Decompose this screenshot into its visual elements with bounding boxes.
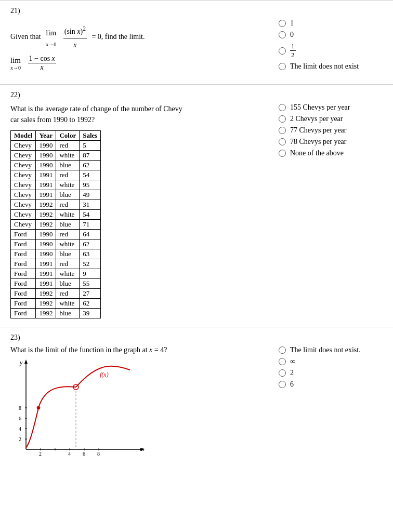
table-row: Chevy1992blue71 xyxy=(11,220,101,230)
q21-radio-1[interactable] xyxy=(279,20,286,27)
svg-text:8: 8 xyxy=(97,451,100,457)
q22-table-head: Model Year Color Sales xyxy=(11,131,101,141)
q23-option-4[interactable]: 6 xyxy=(279,380,383,389)
svg-text:4: 4 xyxy=(19,426,21,432)
q21-option-3[interactable]: 1 2 xyxy=(279,42,383,59)
q22-options: 155 Chevys per year 2 Chevys per year 77… xyxy=(268,103,383,318)
q21-find: lim x→0 1 − cos x x xyxy=(10,55,268,72)
q22-question-text: What is the average rate of change of th… xyxy=(10,103,187,125)
q23-option-3[interactable]: 2 xyxy=(279,369,383,377)
q23-radio-4[interactable] xyxy=(279,381,286,388)
q22-table-body: Chevy1990red5Chevy1990white87Chevy1990bl… xyxy=(11,141,101,318)
table-row: Chevy1992white54 xyxy=(11,210,101,220)
q21-option-2[interactable]: 0 xyxy=(279,31,383,39)
q21-content: Given that lim x→0 (sin x)2 x = 0, find … xyxy=(10,19,383,76)
q21-radio-3[interactable] xyxy=(279,47,286,55)
q21-option-3-label: 1 2 xyxy=(290,42,296,59)
table-row: Chevy1990red5 xyxy=(11,141,101,151)
q23-option-1-label: The limit does not exist. xyxy=(290,346,361,354)
equals-zero: = 0, find the limit. xyxy=(91,33,145,41)
q21-radio-2[interactable] xyxy=(279,31,286,38)
q21-fraction: (sin x)2 x xyxy=(62,33,90,41)
find-fraction: 1 − cos x x xyxy=(28,55,56,72)
q22-radio-5[interactable] xyxy=(279,150,286,157)
q22-option-2-label: 2 Chevys per year xyxy=(290,115,343,123)
half-fraction: 1 2 xyxy=(290,42,296,59)
q22-option-4[interactable]: 78 Chevys per year xyxy=(279,138,383,146)
q21-option-2-label: 0 xyxy=(290,31,294,39)
q22-option-2[interactable]: 2 Chevys per year xyxy=(279,115,383,123)
question-23: 23) What is the limit of the function in… xyxy=(0,327,393,471)
table-row: Chevy1991white95 xyxy=(11,180,101,190)
svg-text:2: 2 xyxy=(19,436,21,442)
q22-radio-2[interactable] xyxy=(279,115,286,123)
q23-graph-svg: y x 2 4 6 xyxy=(10,358,146,462)
q22-table-header-row: Model Year Color Sales xyxy=(11,131,101,141)
table-row: Chevy1991red54 xyxy=(11,170,101,180)
q23-option-2[interactable]: ∞ xyxy=(279,357,383,366)
table-row: Ford1990white62 xyxy=(11,240,101,249)
q23-radio-2[interactable] xyxy=(279,358,286,365)
svg-text:6: 6 xyxy=(83,451,85,457)
q22-radio-1[interactable] xyxy=(279,104,286,111)
q22-option-5[interactable]: None of the above xyxy=(279,149,383,157)
q22-option-3[interactable]: 77 Chevys per year xyxy=(279,126,383,135)
q22-radio-4[interactable] xyxy=(279,138,286,145)
q22-option-4-label: 78 Chevys per year xyxy=(290,138,346,146)
table-row: Ford1991white9 xyxy=(11,269,101,279)
q21-number: 21) xyxy=(10,7,383,15)
q23-option-1[interactable]: The limit does not exist. xyxy=(279,346,383,354)
find-lim-expr: lim x→0 xyxy=(10,56,21,71)
q22-radio-3[interactable] xyxy=(279,127,286,134)
q22-table: Model Year Color Sales Chevy1990red5Chev… xyxy=(10,130,101,318)
col-sales: Sales xyxy=(80,131,101,141)
question-21: 21) Given that lim x→0 (sin x)2 x xyxy=(0,0,393,84)
svg-marker-3 xyxy=(24,360,28,364)
col-color: Color xyxy=(56,131,80,141)
table-row: Ford1992blue39 xyxy=(11,309,101,318)
q22-option-1[interactable]: 155 Chevys per year xyxy=(279,103,383,112)
svg-text:8: 8 xyxy=(19,405,21,411)
q21-option-1-label: 1 xyxy=(290,19,294,28)
given-prefix: Given that xyxy=(10,33,41,41)
q21-radio-4[interactable] xyxy=(279,63,286,70)
q21-option-4[interactable]: The limit does not exist xyxy=(279,62,383,71)
table-row: Ford1991red52 xyxy=(11,259,101,269)
q23-graph: y x 2 4 6 xyxy=(10,358,146,462)
table-row: Chevy1992red31 xyxy=(11,200,101,210)
q22-option-3-label: 77 Chevys per year xyxy=(290,126,346,135)
q23-option-3-label: 2 xyxy=(290,369,294,377)
q22-option-1-label: 155 Chevys per year xyxy=(290,103,350,112)
svg-text:4: 4 xyxy=(68,451,71,457)
q21-given: Given that lim x→0 (sin x)2 x = 0, find … xyxy=(10,23,268,51)
table-row: Ford1992red27 xyxy=(11,289,101,299)
q22-content: What is the average rate of change of th… xyxy=(10,103,383,318)
col-year: Year xyxy=(36,131,56,141)
q23-content: What is the limit of the function in the… xyxy=(10,346,383,462)
q23-left: What is the limit of the function in the… xyxy=(10,346,268,462)
svg-text:6: 6 xyxy=(19,416,21,421)
q23-radio-3[interactable] xyxy=(279,369,286,377)
table-row: Ford1991blue55 xyxy=(11,279,101,289)
q23-number: 23) xyxy=(10,334,383,342)
table-row: Ford1990red64 xyxy=(11,230,101,240)
col-model: Model xyxy=(11,131,36,141)
q23-option-2-label: ∞ xyxy=(290,357,295,366)
q22-option-5-label: None of the above xyxy=(290,149,344,157)
table-row: Chevy1990white87 xyxy=(11,151,101,161)
q21-options: 1 0 1 2 The limit does not exist xyxy=(268,19,383,76)
table-row: Ford1992white62 xyxy=(11,299,101,309)
table-row: Chevy1991blue49 xyxy=(11,190,101,200)
table-row: Ford1990blue63 xyxy=(11,249,101,259)
q21-option-4-label: The limit does not exist xyxy=(290,62,359,71)
q21-left: Given that lim x→0 (sin x)2 x = 0, find … xyxy=(10,19,268,76)
fx-label: f(x) xyxy=(100,371,109,378)
svg-text:2: 2 xyxy=(39,451,42,457)
table-row: Chevy1990blue62 xyxy=(11,161,101,170)
q21-option-1[interactable]: 1 xyxy=(279,19,383,28)
q23-question-text: What is the limit of the function in the… xyxy=(10,346,268,354)
q22-left: What is the average rate of change of th… xyxy=(10,103,268,318)
y-axis-label: y xyxy=(19,359,23,366)
q23-radio-1[interactable] xyxy=(279,347,286,354)
sin-fraction: (sin x)2 x xyxy=(63,23,87,51)
